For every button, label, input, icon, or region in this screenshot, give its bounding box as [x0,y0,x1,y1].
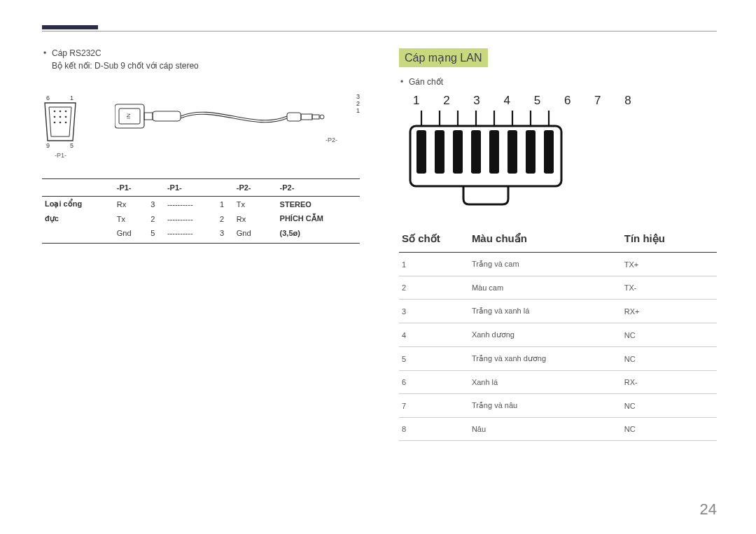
cell: TX+ [622,253,717,276]
svg-point-7 [59,122,62,124]
svg-rect-13 [153,111,181,121]
lan-bullet: Gán chốt [399,77,717,87]
cell: 3 [399,300,469,323]
cell: Trắng và cam [469,253,622,276]
cell: NC [622,323,717,347]
cable-icon: IN [115,99,325,134]
svg-rect-34 [544,130,554,174]
th-p2a: -P2- [234,179,267,197]
svg-rect-32 [507,130,517,174]
th-pin: Số chốt [399,228,469,253]
table-row: Loại cổng Rx 3 ---------- 1 Tx STEREO [42,197,360,212]
cell: TX- [622,276,717,300]
table-row: đực Tx 2 ---------- 2 Rx PHÍCH CẮM [42,211,360,226]
rowhead-0: Loại cổng [42,197,114,212]
rs232-pinout-table: -P1- -P1- -P2- -P2- Loại cổng Rx 3 -----… [42,178,360,244]
page-number: 24 [700,500,717,519]
stereo-plug-pin-numbers: 3 2 1 [356,93,360,114]
table-row: 6Xanh láRX- [399,371,717,394]
cell: 6 [399,371,469,394]
dsub-num-br: 5 [70,142,74,149]
cell: 8 [399,418,469,441]
cell: 4 [399,323,469,347]
table-row: 3Trắng và xanh láRX+ [399,300,717,323]
cell: RX- [622,371,717,394]
svg-rect-12 [144,113,153,120]
svg-point-8 [65,122,67,124]
rj45-diagram: 1 2 3 4 5 6 7 8 [409,94,717,210]
cell: Xanh dương [469,323,622,347]
cell: Gnd [234,226,267,244]
cell: Gnd [114,226,148,244]
th-blank [42,179,114,197]
cell: 2 [148,211,164,226]
rs232-subtext: Bộ kết nối: D-Sub 9 chốt với cáp stereo [42,61,360,71]
cell: NC [622,347,717,371]
dsub-num-tl: 6 [46,94,50,101]
plug-num-3: 3 [356,93,360,100]
svg-rect-27 [416,130,426,174]
dsub-num-tr: 1 [70,94,74,101]
th-color: Màu chuẩn [469,228,622,253]
cell: Màu cam [469,276,622,300]
cell: Tx [114,211,148,226]
dsub-num-bl: 9 [46,142,50,149]
svg-rect-29 [453,130,463,174]
svg-point-17 [320,115,324,119]
cell: Trắng và xanh lá [469,300,622,323]
table-row: 5Trắng và xanh dươngNC [399,347,717,371]
cell: RX+ [622,300,717,323]
svg-rect-28 [435,130,444,174]
svg-rect-33 [526,130,536,174]
cell: 1 [217,197,234,212]
content-columns: Cáp RS232C Bộ kết nối: D-Sub 9 chốt với … [42,48,717,441]
cell: Xanh lá [469,371,622,394]
cell: Nâu [469,418,622,441]
svg-rect-30 [471,130,481,174]
svg-point-6 [54,122,56,124]
th-p1a: -P1- [114,179,148,197]
table-header-row: Số chốt Màu chuẩn Tín hiệu [399,228,717,253]
cell: NC [622,418,717,441]
cell: 5 [148,226,164,244]
svg-rect-26 [410,126,561,186]
rj45-connector-icon [409,109,570,207]
svg-rect-16 [312,115,319,119]
svg-point-2 [65,111,67,113]
svg-point-0 [54,111,56,113]
svg-point-4 [59,116,62,118]
cell: ---------- [164,211,217,226]
th-p2b: -P2- [277,179,360,197]
plug-num-2: 2 [356,100,360,107]
cell: Tx [234,197,267,212]
cell: 3 [148,197,164,212]
plug-num-1: 1 [356,107,360,114]
cell: 2 [217,211,234,226]
th-blank4 [267,179,276,197]
cell: 1 [399,253,469,276]
table-header-row: -P1- -P1- -P2- -P2- [42,179,360,197]
header-rule [42,31,717,31]
lan-section-title: Cáp mạng LAN [399,48,488,67]
rowhead-1: đực [42,211,114,226]
svg-point-5 [65,116,67,118]
svg-point-1 [59,111,62,113]
cell: 5 [399,347,469,371]
cell: ---------- [164,226,217,244]
th-blank2 [148,179,164,197]
table-row: 7Trắng và nâuNC [399,394,717,418]
rj45-pin-numbers: 1 2 3 4 5 6 7 8 [413,94,717,108]
left-column: Cáp RS232C Bộ kết nối: D-Sub 9 chốt với … [42,48,360,441]
svg-point-3 [54,116,56,118]
svg-text:IN: IN [125,113,132,119]
svg-rect-15 [301,114,312,120]
svg-rect-14 [287,113,301,121]
cell: (3,5ø) [277,226,360,244]
p2-label: -P2- [326,136,337,143]
cell: 2 [399,276,469,300]
cell: Trắng và nâu [469,394,622,418]
right-column: Cáp mạng LAN Gán chốt 1 2 3 4 5 6 7 8 [399,48,717,441]
cell: NC [622,394,717,418]
header-accent-bar [42,25,98,29]
cell: Rx [234,211,267,226]
